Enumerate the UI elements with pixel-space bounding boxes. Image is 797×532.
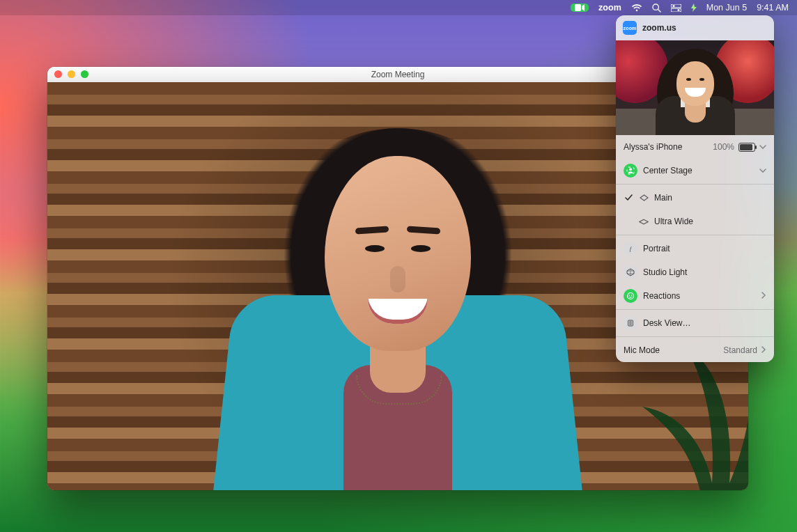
svg-point-4 [672, 4, 674, 6]
cc-mic-mode-row[interactable]: Mic Mode Standard [616, 338, 774, 362]
svg-point-10 [628, 293, 634, 299]
svg-text:f: f [630, 245, 633, 252]
center-stage-icon [624, 164, 637, 178]
lens-icon [639, 194, 649, 201]
cc-mic-mode-value: Standard [723, 345, 757, 355]
cc-lens-ultrawide-row[interactable]: Ultra Wide [616, 210, 774, 233]
cc-header: zoom zoom.us [616, 15, 774, 40]
cc-portrait-label: Portrait [643, 244, 766, 253]
camera-status-pill[interactable] [571, 3, 589, 12]
svg-point-6 [677, 8, 679, 10]
cc-lens-ultrawide-label: Ultra Wide [654, 217, 693, 226]
cc-studio-light-row[interactable]: Studio Light [616, 260, 774, 284]
chevron-down-icon [759, 166, 766, 175]
chevron-right-icon [761, 345, 766, 355]
check-icon [624, 194, 633, 201]
svg-line-2 [658, 9, 660, 12]
cc-desk-view-row[interactable]: Desk View… [616, 311, 774, 335]
traffic-lights [54, 70, 88, 78]
cc-reactions-label: Reactions [643, 291, 756, 301]
cc-portrait-row[interactable]: f Portrait [616, 237, 774, 260]
cc-app-name: zoom.us [642, 23, 676, 33]
menu-bar: zoom Mon Jun 5 9:41 AM [0, 0, 797, 15]
zoom-button[interactable] [81, 70, 88, 78]
chevron-right-icon [761, 291, 766, 301]
close-button[interactable] [54, 70, 62, 78]
spotlight-icon[interactable] [652, 3, 661, 13]
cc-lens-main-row[interactable]: Main [616, 186, 774, 210]
menubar-app-name[interactable]: zoom [598, 3, 621, 13]
desktop: zoom Mon Jun 5 9:41 AM Zoom Meeting [0, 0, 797, 532]
svg-rect-3 [671, 4, 681, 8]
svg-rect-5 [671, 8, 681, 12]
lens-icon [639, 219, 649, 225]
cc-device-name: Alyssa's iPhone [624, 142, 707, 152]
svg-point-7 [629, 168, 632, 171]
cc-battery-pct: 100% [713, 142, 734, 152]
cc-device-row[interactable]: Alyssa's iPhone 100% [616, 135, 774, 159]
control-center-icon[interactable] [671, 4, 681, 12]
studio-light-icon [624, 265, 637, 279]
cc-studio-light-label: Studio Light [643, 267, 766, 277]
menubar-time[interactable]: 9:41 AM [757, 3, 789, 13]
zoom-app-icon: zoom [623, 21, 637, 35]
cc-reactions-row[interactable]: Reactions [616, 284, 774, 308]
cc-desk-view-label: Desk View… [643, 318, 766, 328]
participant-main [175, 100, 621, 490]
svg-rect-0 [575, 4, 581, 11]
video-icon [575, 4, 585, 11]
svg-point-12 [631, 295, 633, 296]
chevron-down-icon [759, 142, 766, 152]
cc-center-stage-row[interactable]: Center Stage [616, 159, 774, 182]
battery-indicator[interactable] [691, 3, 697, 12]
battery-icon [738, 143, 755, 152]
cc-camera-preview [616, 40, 774, 135]
portrait-icon: f [624, 242, 637, 256]
minimize-button[interactable] [68, 70, 75, 78]
desk-view-icon [624, 316, 637, 330]
wifi-icon[interactable] [631, 3, 642, 12]
continuity-camera-panel: zoom zoom.us Alyssa's iPhone 100% [616, 15, 774, 362]
window-title: Zoom Meeting [371, 70, 425, 79]
cc-mic-mode-label: Mic Mode [624, 345, 718, 355]
svg-point-11 [629, 295, 630, 296]
cc-center-stage-label: Center Stage [643, 166, 754, 175]
cc-lens-main-label: Main [654, 193, 672, 203]
reactions-icon [624, 289, 637, 303]
menubar-date[interactable]: Mon Jun 5 [706, 3, 747, 13]
